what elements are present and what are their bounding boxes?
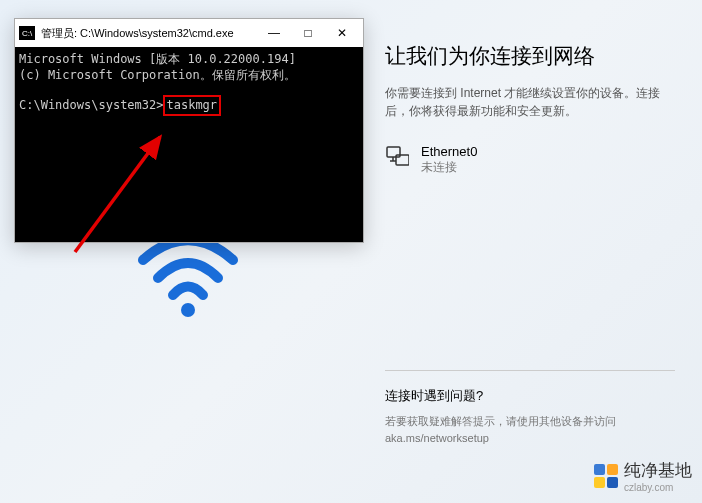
page-description: 你需要连接到 Internet 才能继续设置你的设备。连接后，你将获得最新功能和… [385, 84, 675, 120]
page-title: 让我们为你连接到网络 [385, 42, 675, 70]
svg-line-2 [75, 137, 160, 252]
close-button[interactable]: ✕ [325, 21, 359, 45]
maximize-button[interactable]: □ [291, 21, 325, 45]
adapter-name: Ethernet0 [421, 144, 477, 159]
help-section: 连接时遇到问题? 若要获取疑难解答提示，请使用其他设备并访问 aka.ms/ne… [385, 370, 675, 446]
watermark-brand: 纯净基地 [624, 461, 692, 480]
cmd-app-icon: C:\ [19, 26, 35, 40]
cmd-title: 管理员: C:\Windows\system32\cmd.exe [41, 26, 257, 41]
wifi-icon [138, 230, 238, 320]
cmd-titlebar[interactable]: C:\ 管理员: C:\Windows\system32\cmd.exe — □… [15, 19, 363, 47]
help-title: 连接时遇到问题? [385, 387, 675, 405]
svg-point-0 [181, 303, 195, 317]
ethernet-icon [385, 144, 409, 168]
adapter-status: 未连接 [421, 159, 477, 176]
network-adapter-item[interactable]: Ethernet0 未连接 [385, 144, 675, 176]
cmd-window: C:\ 管理员: C:\Windows\system32\cmd.exe — □… [14, 18, 364, 243]
watermark: 纯净基地 czlaby.com [594, 459, 692, 493]
help-text: 若要获取疑难解答提示，请使用其他设备并访问 aka.ms/networksetu… [385, 413, 675, 446]
watermark-url: czlaby.com [624, 482, 692, 493]
cmd-command-highlight: taskmgr [163, 95, 222, 115]
watermark-logo-icon [594, 464, 618, 488]
minimize-button[interactable]: — [257, 21, 291, 45]
annotation-arrow [45, 132, 185, 262]
cmd-terminal[interactable]: Microsoft Windows [版本 10.0.22000.194] (c… [15, 47, 363, 242]
cmd-line: Microsoft Windows [版本 10.0.22000.194] [19, 51, 359, 67]
cmd-line: (c) Microsoft Corporation。保留所有权利。 [19, 67, 359, 83]
cmd-prompt-line: C:\Windows\system32>taskmgr [19, 95, 359, 115]
network-setup-panel: 让我们为你连接到网络 你需要连接到 Internet 才能继续设置你的设备。连接… [385, 42, 675, 176]
